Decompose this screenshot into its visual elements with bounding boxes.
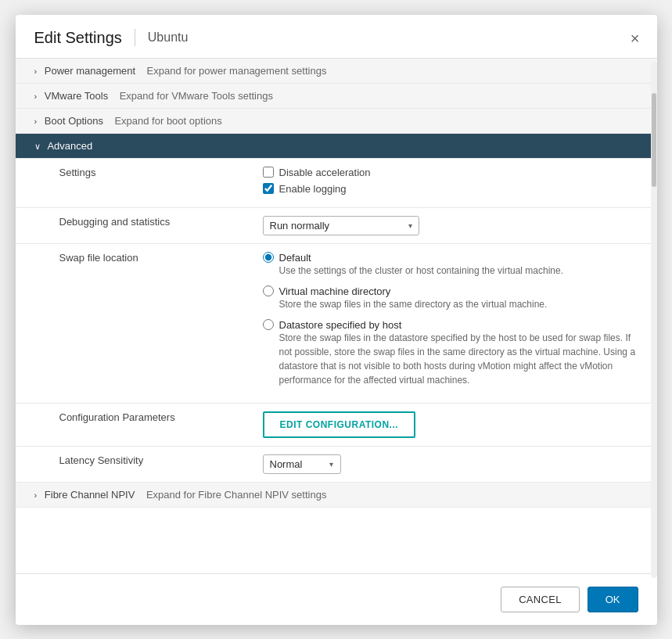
latency-row: Latency Sensitivity Normal ▾: [16, 446, 657, 482]
swap-datastore-desc: Store the swap files in the datastore sp…: [279, 331, 645, 387]
settings-table: › Power management Expand for power mana…: [16, 59, 657, 508]
dialog-content: › Power management Expand for power mana…: [16, 59, 657, 573]
edit-configuration-button[interactable]: EDIT CONFIGURATION...: [263, 411, 416, 438]
header-separator: [135, 29, 135, 46]
swap-default-text: Default: [279, 252, 311, 264]
dialog-title: Edit Settings: [34, 29, 122, 47]
settings-label: Settings: [16, 158, 250, 207]
debugging-value-cell: Run normally ▾: [250, 207, 657, 243]
swap-default-label[interactable]: Default: [263, 252, 645, 264]
chevron-down-icon: ▾: [408, 221, 412, 230]
cancel-button[interactable]: CANCEL: [501, 587, 580, 612]
enable-logging-label: Enable logging: [279, 183, 347, 195]
disable-acceleration-checkbox[interactable]: [263, 167, 274, 178]
debugging-select-value: Run normally: [270, 220, 330, 232]
boot-options-label: Boot Options: [45, 115, 103, 127]
expand-icon: ›: [34, 66, 38, 76]
scrollbar-thumb: [652, 93, 656, 187]
fibre-channel-row[interactable]: › Fibre Channel NPIV Expand for Fibre Ch…: [16, 482, 657, 507]
enable-logging-row: Enable logging: [263, 183, 645, 195]
collapse-icon: ∨: [34, 142, 41, 151]
swap-datastore-option: Datastore specified by host Store the sw…: [263, 319, 645, 393]
debugging-select[interactable]: Run normally ▾: [263, 216, 419, 235]
latency-label: Latency Sensitivity: [16, 446, 250, 482]
config-params-label: Configuration Parameters: [16, 403, 250, 446]
boot-options-desc: Expand for boot options: [114, 115, 221, 127]
fibre-channel-label: Fibre Channel NPIV: [45, 489, 135, 501]
swap-vm-dir-radio[interactable]: [263, 285, 274, 296]
expand-icon: ›: [34, 117, 38, 126]
vmware-tools-row[interactable]: › VMware Tools Expand for VMware Tools s…: [16, 83, 657, 108]
swap-file-row: Swap file location Default Use the setti…: [16, 243, 657, 403]
swap-vm-dir-text: Virtual machine directory: [279, 285, 391, 297]
expand-icon: ›: [34, 92, 38, 101]
vmware-tools-label: VMware Tools: [45, 90, 108, 102]
scrollbar-track: [651, 62, 657, 578]
swap-default-radio[interactable]: [263, 252, 274, 263]
disable-accel-row: Disable acceleration: [263, 167, 645, 178]
advanced-section-header[interactable]: ∨ Advanced: [16, 133, 657, 158]
edit-settings-dialog: Edit Settings Ubuntu × › Power managemen…: [16, 15, 657, 625]
config-params-row: Configuration Parameters EDIT CONFIGURAT…: [16, 403, 657, 446]
swap-datastore-radio[interactable]: [263, 319, 274, 330]
latency-select[interactable]: Normal ▾: [263, 454, 341, 474]
power-management-desc: Expand for power management settings: [147, 65, 327, 77]
fibre-channel-desc: Expand for Fibre Channel NPIV settings: [146, 489, 327, 501]
dialog-header: Edit Settings Ubuntu ×: [16, 15, 657, 59]
dialog-footer: CANCEL OK: [16, 573, 657, 625]
expand-icon: ›: [34, 490, 38, 500]
advanced-label: Advanced: [47, 140, 92, 152]
swap-default-desc: Use the settings of the cluster or host …: [279, 264, 645, 278]
swap-vm-dir-desc: Store the swap files in the same directo…: [279, 297, 645, 311]
latency-select-value: Normal: [270, 458, 303, 470]
swap-datastore-text: Datastore specified by host: [279, 319, 402, 331]
vmware-tools-desc: Expand for VMware Tools settings: [120, 90, 273, 102]
boot-options-row[interactable]: › Boot Options Expand for boot options: [16, 108, 657, 133]
swap-vm-dir-label[interactable]: Virtual machine directory: [263, 285, 645, 297]
close-button[interactable]: ×: [627, 27, 643, 49]
swap-file-value-cell: Default Use the settings of the cluster …: [250, 243, 657, 403]
power-management-label: Power management: [45, 65, 135, 77]
swap-datastore-label[interactable]: Datastore specified by host: [263, 319, 645, 331]
dialog-subtitle: Ubuntu: [148, 31, 189, 45]
power-management-row[interactable]: › Power management Expand for power mana…: [16, 59, 657, 84]
latency-value-cell: Normal ▾: [250, 446, 657, 482]
debugging-label: Debugging and statistics: [16, 207, 250, 243]
disable-acceleration-label: Disable acceleration: [279, 167, 371, 178]
swap-default-option: Default Use the settings of the cluster …: [263, 252, 645, 284]
settings-value-cell: Disable acceleration Enable logging: [250, 158, 657, 207]
swap-vm-dir-option: Virtual machine directory Store the swap…: [263, 285, 645, 318]
enable-logging-checkbox[interactable]: [263, 183, 274, 194]
debugging-row: Debugging and statistics Run normally ▾: [16, 207, 657, 243]
config-params-value-cell: EDIT CONFIGURATION...: [250, 403, 657, 446]
ok-button[interactable]: OK: [588, 587, 638, 612]
chevron-down-icon: ▾: [328, 460, 334, 468]
swap-file-label: Swap file location: [16, 243, 250, 403]
settings-row: Settings Disable acceleration Enable log…: [16, 158, 657, 207]
swap-radio-group: Default Use the settings of the cluster …: [263, 252, 645, 395]
